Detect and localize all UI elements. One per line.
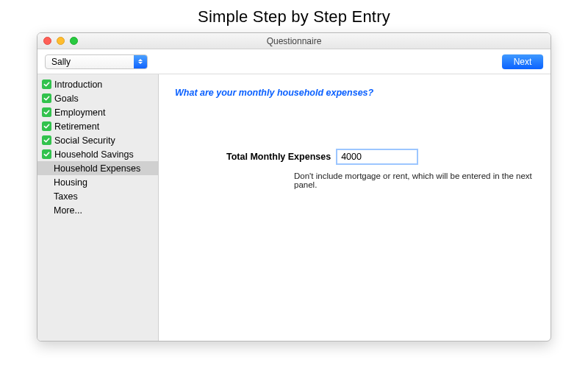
sidebar-item-household-expenses[interactable]: Household Expenses — [37, 161, 158, 175]
check-icon — [42, 79, 51, 89]
sidebar-item-housing[interactable]: Housing — [37, 175, 158, 189]
expenses-label: Total Monthly Expenses — [226, 152, 331, 162]
close-icon[interactable] — [43, 37, 51, 45]
toolbar: Sally Next — [37, 49, 551, 74]
question-prompt: What are your monthly household expenses… — [175, 88, 534, 98]
sidebar-item-household-savings[interactable]: Household Savings — [37, 147, 158, 161]
sidebar: IntroductionGoalsEmploymentRetirementSoc… — [37, 74, 159, 341]
sidebar-item-retirement[interactable]: Retirement — [37, 119, 158, 133]
minimize-icon[interactable] — [57, 37, 65, 45]
next-button[interactable]: Next — [502, 54, 543, 69]
sidebar-item-introduction[interactable]: Introduction — [37, 77, 158, 91]
check-icon — [42, 149, 51, 159]
window-title: Questionnaire — [37, 36, 551, 46]
sidebar-item-label: Household Savings — [54, 149, 134, 160]
sidebar-item-goals[interactable]: Goals — [37, 91, 158, 105]
check-icon — [42, 107, 51, 117]
main-panel: What are your monthly household expenses… — [159, 74, 551, 341]
zoom-icon[interactable] — [70, 37, 78, 45]
window-controls — [37, 37, 78, 45]
app-window: Questionnaire Sally Next IntroductionGoa… — [37, 32, 551, 342]
sidebar-item-taxes[interactable]: Taxes — [37, 189, 158, 203]
sidebar-item-label: Housing — [54, 177, 87, 188]
check-icon — [42, 93, 51, 103]
person-select-value: Sally — [51, 57, 71, 67]
check-icon — [42, 135, 51, 145]
sidebar-item-label: Introduction — [54, 79, 102, 90]
sidebar-item-social-security[interactable]: Social Security — [37, 133, 158, 147]
expenses-form-row: Total Monthly Expenses — [226, 149, 534, 164]
sidebar-item-label: Household Expenses — [54, 163, 140, 174]
expenses-hint: Don't include mortgage or rent, which wi… — [294, 171, 534, 189]
sidebar-item-label: Employment — [54, 107, 105, 118]
person-select[interactable]: Sally — [45, 54, 148, 69]
sidebar-item-label: Goals — [54, 93, 79, 104]
sidebar-item-label: Taxes — [54, 191, 78, 202]
sidebar-item-label: Retirement — [54, 121, 99, 132]
page-title: Simple Step by Step Entry — [0, 0, 588, 32]
window-body: IntroductionGoalsEmploymentRetirementSoc… — [37, 74, 551, 341]
updown-icon — [134, 55, 147, 68]
sidebar-item-label: More... — [54, 205, 82, 216]
total-monthly-expenses-input[interactable] — [337, 149, 417, 164]
sidebar-item-label: Social Security — [54, 135, 115, 146]
window-titlebar: Questionnaire — [37, 33, 551, 49]
sidebar-item-employment[interactable]: Employment — [37, 105, 158, 119]
check-icon — [42, 121, 51, 131]
sidebar-item-more[interactable]: More... — [37, 203, 158, 217]
